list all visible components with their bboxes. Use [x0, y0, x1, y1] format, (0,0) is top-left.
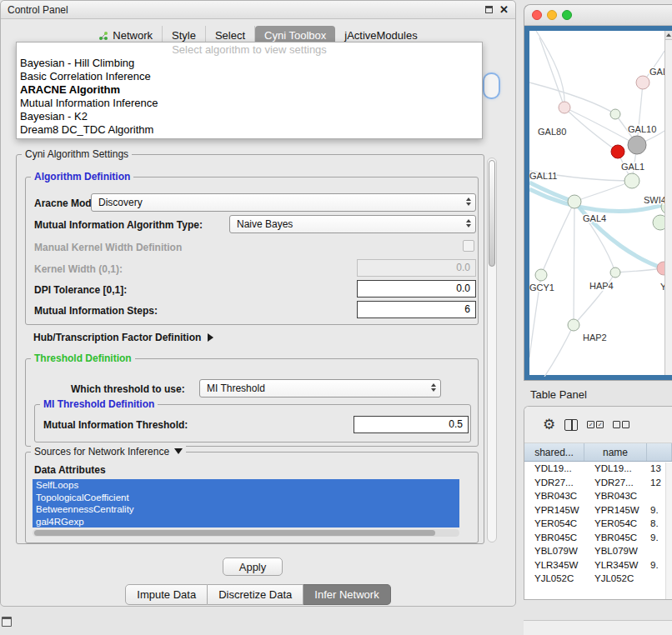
threshold-definition-title: Threshold Definition: [31, 352, 135, 364]
network-vertical-scrollbar[interactable]: [664, 31, 672, 375]
attribute-item-selected[interactable]: SelfLoops: [33, 479, 459, 492]
network-node[interactable]: [653, 215, 665, 230]
table-row[interactable]: YER054CYER054C8.: [524, 517, 672, 531]
attributes-horizontal-scrollbar[interactable]: [33, 529, 459, 537]
column-header-extra[interactable]: [647, 443, 672, 461]
dropdown-spinner-icon: [431, 383, 436, 392]
tab-discretize-data[interactable]: Discretize Data: [208, 584, 303, 605]
attribute-item-selected[interactable]: TopologicalCoefficient: [33, 492, 459, 504]
aracne-mode-dropdown[interactable]: Discovery: [91, 193, 476, 212]
algorithm-option-selected[interactable]: ARACNE Algorithm: [17, 83, 482, 97]
network-node[interactable]: [559, 102, 570, 113]
table-panel-title: Table Panel: [530, 388, 587, 401]
table-row[interactable]: YBR045CYBR045C9.: [524, 531, 672, 545]
network-tab-icon: [98, 31, 108, 41]
tab-infer-network[interactable]: Infer Network: [303, 584, 390, 605]
algorithm-option[interactable]: Dream8 DC_TDC Algorithm: [17, 123, 482, 137]
network-edge: [564, 108, 618, 152]
algorithm-option[interactable]: Bayesian - K2: [17, 110, 482, 123]
mi-algorithm-type-label: Mutual Information Algorithm Type:: [34, 219, 203, 231]
table-row[interactable]: YBR043CYBR043C: [524, 489, 672, 503]
network-node-gal10[interactable]: [628, 136, 646, 154]
table-body: YDL19...YDL19...13 YDR27...YDR27...12 YB…: [524, 462, 672, 586]
column-header-name[interactable]: name: [584, 443, 647, 461]
node-label: SWI4: [644, 195, 665, 205]
dpi-tolerance-label: DPI Tolerance [0,1]:: [34, 284, 127, 296]
network-node-selected-red[interactable]: [611, 145, 624, 158]
tab-impute-data[interactable]: Impute Data: [125, 584, 208, 605]
expanded-arrow-icon: [174, 448, 183, 454]
table-row[interactable]: YDR27...YDR27...12: [524, 476, 672, 490]
table-row[interactable]: YLR345WYLR345W9.: [524, 558, 672, 572]
hscroll-thumb[interactable]: [34, 530, 435, 536]
algorithm-option[interactable]: Bayesian - Hill Climbing: [17, 57, 482, 70]
collapsed-bottom-panel: [524, 620, 672, 635]
deselect-all-rows-icon[interactable]: [613, 421, 629, 428]
vscroll-thumb[interactable]: [489, 160, 495, 267]
manual-kernel-width-checkbox[interactable]: [463, 240, 474, 252]
network-edge: [529, 82, 615, 114]
which-threshold-dropdown[interactable]: MI Threshold: [199, 379, 441, 398]
column-header-shared-name[interactable]: shared...: [524, 443, 584, 461]
apply-button[interactable]: Apply: [223, 558, 283, 576]
dpi-tolerance-field[interactable]: 0.0: [357, 280, 476, 298]
node-label: GAL80: [538, 127, 566, 137]
algorithm-option[interactable]: Basic Correlation Inference: [17, 70, 482, 83]
algorithm-combo-focus-ring[interactable]: [484, 74, 499, 98]
float-window-icon[interactable]: [485, 6, 493, 13]
dropdown-spinner-icon: [466, 219, 471, 228]
network-node-hap2[interactable]: [568, 319, 579, 331]
cyni-algorithm-settings-group: Cyni Algorithm Settings Algorithm Defini…: [16, 154, 484, 544]
control-panel-title: Control Panel: [8, 4, 68, 16]
node-label: GAL1: [621, 162, 644, 172]
unchecked-box-icon: [622, 421, 629, 428]
table-row[interactable]: YDL19...YDL19...13: [524, 462, 672, 476]
table-row[interactable]: YPR145WYPR145W9.: [524, 503, 672, 518]
table-vertical-scrollbar[interactable]: [665, 462, 672, 599]
table-panel-window: ⚙ ✓ ✓ shared... name YDL19...YDL19...13 …: [524, 406, 672, 600]
checked-box-icon: ✓: [587, 421, 594, 428]
zoom-traffic-light[interactable]: [562, 10, 572, 20]
algorithm-option[interactable]: Mutual Information Inference: [17, 97, 482, 110]
minimize-traffic-light[interactable]: [547, 10, 557, 20]
column-selector-icon[interactable]: [564, 419, 578, 431]
network-node[interactable]: [636, 76, 649, 89]
network-canvas[interactable]: GAL GAL80 GAL10 GAL11 GAL1 SWI4 GAL4 GCY…: [529, 31, 665, 377]
network-node-gal4[interactable]: [568, 195, 581, 208]
network-node[interactable]: [610, 268, 620, 278]
checked-box-icon: ✓: [596, 421, 604, 428]
select-all-rows-icon[interactable]: ✓ ✓: [587, 421, 604, 428]
attribute-item-selected[interactable]: gal4RGexp: [33, 516, 459, 528]
table-row[interactable]: YBL079WYBL079W: [524, 544, 672, 558]
table-header-row: shared... name: [524, 443, 672, 462]
network-edge: [615, 268, 664, 272]
restore-panel-icon[interactable]: [2, 617, 12, 627]
network-node-gcy1[interactable]: [535, 269, 547, 281]
kernel-width-field[interactable]: 0.0: [357, 259, 476, 277]
network-node[interactable]: [610, 109, 620, 119]
scroll-up-arrow-icon[interactable]: [665, 31, 672, 40]
hub-section-toggle[interactable]: Hub/Transcription Factor Definition: [33, 332, 213, 343]
mi-algorithm-type-dropdown[interactable]: Naive Bayes: [229, 215, 476, 233]
algorithm-dropdown-popup: Select algorithm to view settings Bayesi…: [16, 42, 483, 139]
control-panel-titlebar: Control Panel ✕: [1, 1, 515, 19]
data-attributes-label: Data Attributes: [34, 464, 106, 476]
table-row[interactable]: YJL052CYJL052C: [524, 572, 672, 586]
close-icon[interactable]: ✕: [499, 6, 509, 14]
network-edge: [574, 181, 632, 202]
attribute-item-selected[interactable]: BetweennessCentrality: [33, 503, 459, 516]
network-node-gal1[interactable]: [624, 173, 639, 188]
table-toolbar: ⚙ ✓ ✓: [524, 407, 672, 443]
mi-threshold-field[interactable]: 0.5: [354, 416, 469, 433]
network-view-window: GAL GAL80 GAL10 GAL11 GAL1 SWI4 GAL4 GCY…: [524, 4, 672, 381]
unchecked-box-icon: [613, 421, 620, 428]
mi-steps-field[interactable]: 6: [357, 301, 476, 318]
node-label: HAP2: [583, 332, 607, 342]
close-traffic-light[interactable]: [532, 10, 542, 20]
node-label: GAL: [649, 67, 665, 77]
control-panel-window: Control Panel ✕ Network Style Select Cyn…: [0, 0, 516, 607]
mi-threshold-group-title: MI Threshold Definition: [40, 398, 158, 410]
sources-group-title[interactable]: Sources for Network Inference: [31, 446, 186, 458]
settings-vertical-scrollbar[interactable]: [487, 158, 497, 542]
settings-gear-icon[interactable]: ⚙: [543, 418, 555, 432]
